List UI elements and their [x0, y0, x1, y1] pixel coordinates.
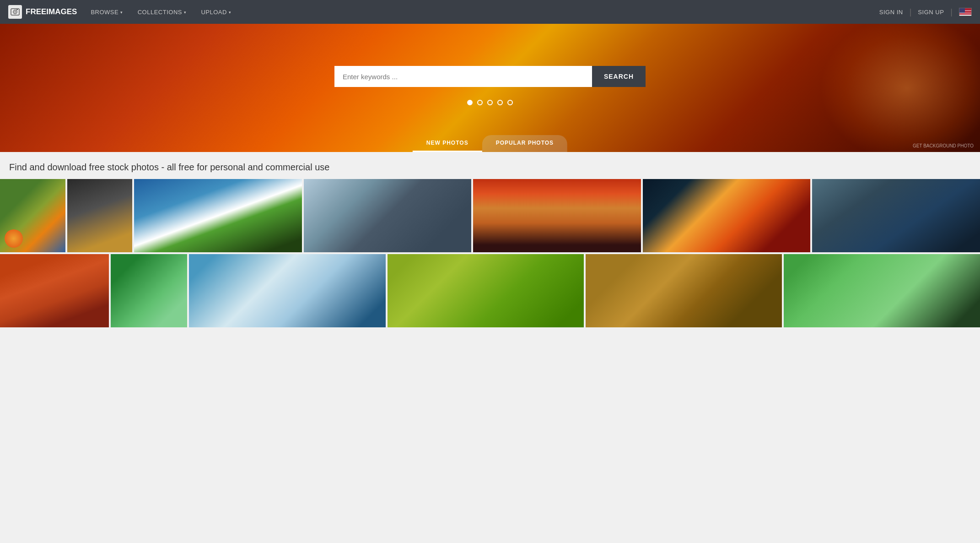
- photo-sunset-lake[interactable]: [473, 179, 641, 252]
- flag-canton: [959, 8, 965, 13]
- dot-1[interactable]: [467, 100, 473, 105]
- logo-icon: [8, 5, 22, 19]
- hero-search-form: SEARCH: [334, 66, 646, 87]
- photo-coins[interactable]: [586, 254, 782, 327]
- hero-tabs: NEW PHOTOS POPULAR PHOTOS: [413, 135, 567, 152]
- sign-in-button[interactable]: SIGN IN: [879, 9, 903, 16]
- search-input[interactable]: [334, 66, 592, 87]
- photo-beach-clouds[interactable]: [189, 254, 385, 327]
- search-button[interactable]: SEARCH: [592, 66, 646, 87]
- dot-4[interactable]: [497, 100, 503, 105]
- photo-row-1: [0, 179, 980, 252]
- nav-upload[interactable]: UPLOAD ▾: [200, 6, 232, 18]
- nav-divider: |: [910, 7, 912, 17]
- get-background-photo-link[interactable]: GET BACKGROUND PHOTO: [913, 143, 974, 148]
- photo-glass-building[interactable]: [304, 179, 472, 252]
- dot-2[interactable]: [477, 100, 483, 105]
- photo-green-abstract[interactable]: [388, 254, 584, 327]
- hero-banner: SEARCH NEW PHOTOS POPULAR PHOTOS GET BAC…: [0, 24, 980, 152]
- tab-popular-photos[interactable]: POPULAR PHOTOS: [482, 135, 567, 152]
- photo-grid: [0, 179, 980, 329]
- browse-arrow-icon: ▾: [120, 10, 123, 15]
- nav-browse[interactable]: BROWSE ▾: [90, 6, 124, 18]
- photo-storm[interactable]: [67, 179, 133, 252]
- collections-arrow-icon: ▾: [184, 10, 187, 15]
- photo-autumn-leaves[interactable]: [0, 254, 109, 327]
- logo-text: FREEIMAGES: [26, 7, 77, 16]
- svg-point-2: [15, 11, 16, 13]
- photo-hillside-city[interactable]: [812, 179, 980, 252]
- photo-oranges[interactable]: [0, 179, 65, 252]
- sign-up-button[interactable]: SIGN UP: [918, 9, 944, 16]
- nav-collections[interactable]: COLLECTIONS ▾: [137, 6, 188, 18]
- photo-row-2: [0, 254, 980, 327]
- tagline-section: Find and download free stock photos - al…: [0, 152, 980, 179]
- photo-city-night[interactable]: [643, 179, 811, 252]
- dot-5[interactable]: [507, 100, 513, 105]
- svg-rect-3: [16, 9, 18, 10]
- photo-mountain[interactable]: [134, 179, 302, 252]
- navbar-right: SIGN IN | SIGN UP |: [879, 7, 972, 17]
- navbar-left: FREEIMAGES BROWSE ▾ COLLECTIONS ▾ UPLOAD…: [8, 5, 232, 19]
- photo-child-phone[interactable]: [111, 254, 187, 327]
- navbar: FREEIMAGES BROWSE ▾ COLLECTIONS ▾ UPLOAD…: [0, 0, 980, 24]
- upload-arrow-icon: ▾: [229, 10, 232, 15]
- tab-new-photos[interactable]: NEW PHOTOS: [413, 135, 482, 152]
- hero-slideshow-dots: [467, 100, 513, 105]
- photo-green-field[interactable]: [784, 254, 980, 327]
- dot-3[interactable]: [487, 100, 493, 105]
- logo[interactable]: FREEIMAGES: [8, 5, 77, 19]
- language-flag-icon[interactable]: [959, 8, 972, 16]
- nav-divider-2: |: [950, 7, 953, 17]
- tagline-text: Find and download free stock photos - al…: [9, 162, 971, 173]
